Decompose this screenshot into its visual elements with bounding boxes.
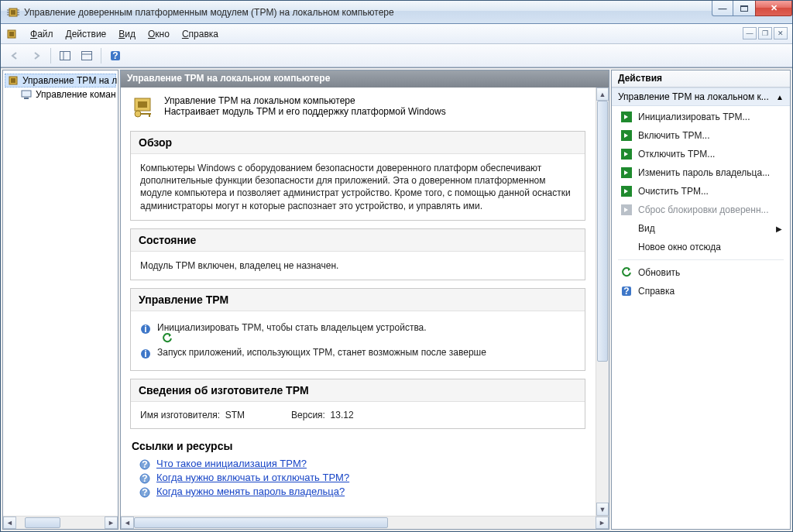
actions-title: Действия (612, 70, 790, 88)
toolbar: ? (1, 44, 792, 67)
mdi-close-button[interactable]: ✕ (774, 27, 788, 39)
close-button[interactable]: ✕ (755, 1, 792, 16)
content-scrollbar-h[interactable]: ◄ ► (121, 516, 609, 529)
content-body: Управление TPM на локальном компьютере Н… (121, 88, 609, 516)
help-link-1[interactable]: Что такое инициализация TPM? (156, 458, 307, 469)
arrow-right-green-icon (621, 167, 632, 178)
minimize-button[interactable]: — (712, 1, 733, 16)
svg-rect-11 (9, 32, 14, 36)
action-new-window[interactable]: Новое окно отсюда (612, 238, 790, 256)
vendor-name-value: STM (225, 410, 245, 420)
svg-rect-21 (24, 98, 29, 99)
status-section: Состояние Модуль TPM включен, владелец н… (130, 228, 585, 280)
nav-back-button[interactable] (5, 46, 24, 65)
refresh-icon[interactable] (162, 333, 173, 344)
properties-button[interactable] (77, 46, 96, 65)
action-reset-lockout[interactable]: Сброс блокировки доверенн... (612, 201, 790, 219)
svg-rect-12 (60, 51, 70, 60)
content-header: Управление TPM на локальном компьютере (121, 70, 609, 88)
tree-root-label: Управление TPM на л (22, 75, 117, 86)
collapse-icon: ▲ (776, 93, 784, 101)
action-refresh[interactable]: Обновить (612, 263, 790, 282)
intro-title: Управление TPM на локальном компьютере (164, 95, 446, 106)
refresh-icon (621, 267, 632, 278)
svg-point-24 (135, 111, 141, 117)
mdi-restore-button[interactable]: ❐ (758, 27, 772, 39)
svg-rect-23 (138, 101, 147, 108)
actions-group-header[interactable]: Управление TPM на локальном к... ▲ (612, 88, 790, 106)
maximize-button[interactable] (733, 1, 756, 16)
manage-section: Управление TPM i Инициализировать TPM, ч… (130, 288, 585, 371)
action-change-owner-password[interactable]: Изменить пароль владельца... (612, 163, 790, 182)
monitor-icon (20, 88, 33, 101)
actions-group-header-text: Управление TPM на локальном к... (618, 91, 769, 102)
help-button[interactable]: ? (106, 46, 125, 65)
vendor-version-value: 13.12 (331, 410, 354, 420)
tree-pane: Управление TPM на л Управление коман ◄ ► (2, 70, 118, 530)
intro-subtitle: Настраивает модуль TPM и его поддержку п… (164, 106, 446, 117)
overview-heading: Обзор (131, 132, 585, 154)
menu-view[interactable]: Вид (112, 26, 142, 42)
mdi-minimize-button[interactable]: — (743, 27, 757, 39)
menu-action[interactable]: Действие (60, 26, 113, 42)
actions-pane: Действия Управление TPM на локальном к..… (611, 70, 791, 530)
tree-root-tpm[interactable]: Управление TPM на л (5, 74, 116, 88)
vendor-heading: Сведения об изготовителе TPM (131, 379, 585, 402)
manage-bullet-1-text: Инициализировать TPM, чтобы стать владел… (157, 322, 427, 333)
links-section: Ссылки и ресурсы ? Что такое инициализац… (130, 437, 585, 499)
help-bullet-icon: ? (139, 459, 150, 470)
help-bullet-icon: ? (139, 487, 150, 498)
show-hide-tree-button[interactable] (56, 46, 74, 65)
manage-heading: Управление TPM (131, 289, 585, 311)
svg-text:i: i (144, 324, 146, 335)
vendor-version-label: Версия: (291, 410, 325, 420)
tpm-chip-icon (5, 28, 18, 40)
titlebar: Управление доверенным платформенным моду… (1, 1, 792, 24)
links-heading: Ссылки и ресурсы (130, 437, 585, 457)
svg-rect-1 (11, 10, 15, 15)
tpm-key-icon (130, 95, 155, 120)
toolbar-separator (101, 48, 101, 63)
mdi-controls: — ❐ ✕ (743, 27, 788, 39)
content-scrollbar-v[interactable]: ▲ ▼ (596, 88, 609, 516)
separator (618, 259, 784, 260)
help-bullet-icon: ? (139, 473, 150, 484)
action-clear-tpm[interactable]: Очистить TPM... (612, 182, 790, 201)
svg-text:i: i (144, 348, 146, 359)
info-icon: i (140, 348, 151, 359)
arrow-right-green-icon (621, 149, 632, 160)
svg-rect-19 (11, 78, 15, 83)
arrow-right-green-icon (621, 186, 632, 197)
status-heading: Состояние (131, 229, 585, 252)
action-help[interactable]: ? Справка (612, 282, 790, 300)
arrow-right-gray-icon (621, 204, 632, 215)
help-link-2[interactable]: Когда нужно включать и отключать TPM? (156, 472, 349, 483)
tpm-chip-icon (7, 74, 19, 87)
action-initialize-tpm[interactable]: Инициализировать TPM... (612, 108, 790, 126)
tree-child-commands[interactable]: Управление коман (5, 88, 116, 101)
vendor-section: Сведения об изготовителе TPM Имя изготов… (130, 379, 585, 429)
action-disable-tpm[interactable]: Отключить TPM... (612, 145, 790, 163)
titlebar-text: Управление доверенным платформенным моду… (24, 7, 712, 18)
svg-text:?: ? (142, 459, 147, 470)
nav-forward-button[interactable] (27, 46, 46, 65)
help-link-3[interactable]: Когда нужно менять пароль владельца? (156, 486, 345, 497)
tree-scrollbar-h[interactable]: ◄ ► (3, 516, 118, 529)
svg-text:?: ? (142, 487, 147, 498)
action-view-submenu[interactable]: Вид ▶ (612, 219, 790, 238)
window-controls: — ✕ (712, 1, 792, 23)
info-icon: i (140, 324, 151, 335)
svg-rect-20 (22, 91, 31, 97)
menu-file[interactable]: Файл (24, 26, 60, 42)
menu-help[interactable]: Справка (176, 26, 225, 42)
tree-child-label: Управление коман (36, 89, 116, 100)
action-enable-tpm[interactable]: Включить TPM... (612, 126, 790, 145)
menu-window[interactable]: Окно (142, 26, 176, 42)
tpm-chip-icon (7, 6, 19, 19)
manage-bullet-2-text: Запуск приложений, использующих TPM, ста… (157, 347, 486, 358)
vendor-name-label: Имя изготовителя: (140, 410, 220, 420)
overview-text: Компьютеры Windows с оборудованием безоп… (140, 162, 575, 212)
main-area: Управление TPM на л Управление коман ◄ ►… (1, 67, 792, 531)
svg-text:?: ? (623, 286, 629, 297)
svg-rect-26 (149, 113, 150, 117)
